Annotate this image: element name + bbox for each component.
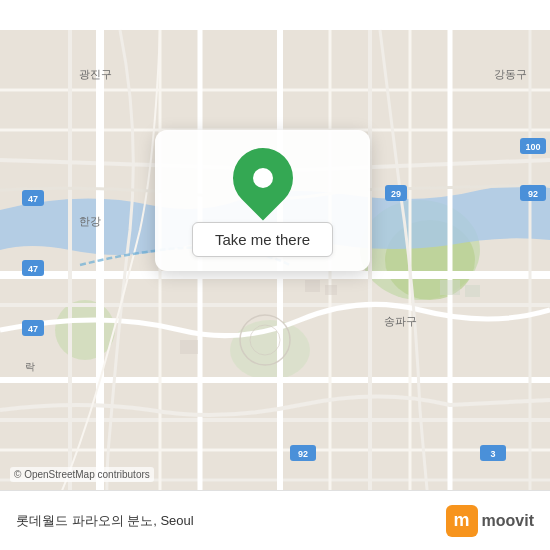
svg-point-3 (55, 300, 115, 360)
svg-text:92: 92 (298, 449, 308, 459)
location-label: 롯데월드 파라오의 분노, Seoul (16, 512, 194, 530)
svg-text:29: 29 (391, 189, 401, 199)
moovit-logo-text: moovit (482, 512, 534, 530)
svg-text:락: 락 (25, 361, 35, 372)
svg-text:광진구: 광진구 (79, 68, 112, 80)
moovit-logo: m moovit (446, 505, 534, 537)
svg-text:47: 47 (28, 264, 38, 274)
svg-text:100: 100 (525, 142, 540, 152)
map-pin-icon (220, 136, 305, 221)
svg-text:92: 92 (528, 189, 538, 199)
svg-text:47: 47 (28, 324, 38, 334)
svg-rect-29 (325, 285, 337, 295)
svg-text:강동구: 강동구 (494, 68, 527, 80)
svg-text:3: 3 (490, 449, 495, 459)
svg-rect-31 (440, 280, 460, 295)
svg-text:47: 47 (28, 194, 38, 204)
svg-rect-30 (180, 340, 198, 354)
map-container: 47 47 47 29 92 100 92 3 광진구 강동구 한강 송파구 락 (0, 0, 550, 550)
take-me-there-button[interactable]: Take me there (192, 222, 333, 257)
svg-text:송파구: 송파구 (384, 315, 417, 327)
svg-rect-28 (305, 280, 320, 292)
bottom-bar: 롯데월드 파라오의 분노, Seoul m moovit (0, 490, 550, 550)
copyright-text: © OpenStreetMap contributors (10, 467, 154, 482)
location-card: Take me there (155, 130, 370, 271)
svg-text:한강: 한강 (79, 215, 101, 227)
svg-rect-32 (465, 285, 480, 297)
moovit-logo-icon: m (446, 505, 478, 537)
